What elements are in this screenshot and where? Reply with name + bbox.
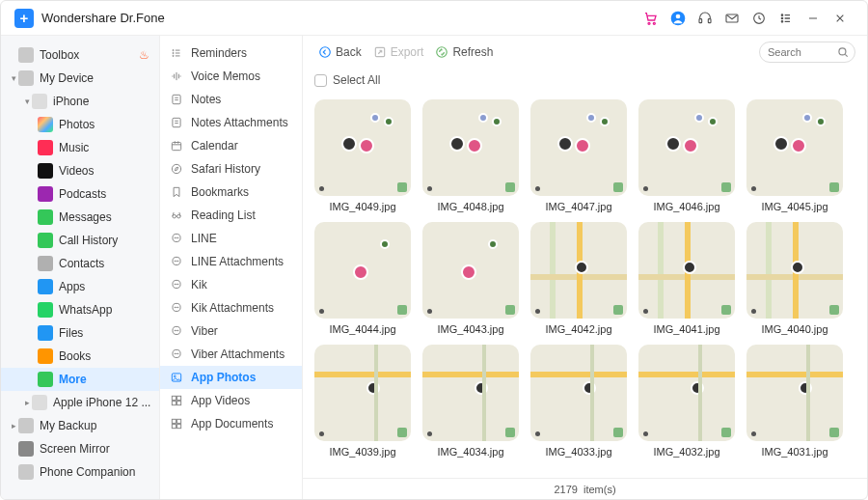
svg-rect-48 <box>172 402 176 405</box>
svg-rect-4 <box>699 18 702 22</box>
contacts-icon <box>38 256 53 271</box>
podcasts-icon <box>38 186 53 202</box>
phone-icon <box>32 94 47 109</box>
sidebar-item-music[interactable]: Music <box>1 136 159 159</box>
svg-point-22 <box>176 237 177 238</box>
svg-point-34 <box>176 307 177 308</box>
sidebar-item-books[interactable]: Books <box>1 345 159 368</box>
thumbnail[interactable]: IMG_4034.jpg <box>422 345 519 458</box>
thumbnail[interactable]: IMG_4045.jpg <box>746 99 843 212</box>
music-icon <box>38 140 53 155</box>
thumbnail[interactable]: IMG_4049.jpg <box>314 99 411 212</box>
sidebar-item-whatsapp[interactable]: WhatsApp <box>1 298 159 321</box>
sidebar-mydevice[interactable]: ▾My Device <box>1 67 159 90</box>
category-voice-memos[interactable]: Voice Memos <box>160 65 302 88</box>
sidebar-toolbox[interactable]: Toolbox♨ <box>1 43 159 67</box>
list-icon <box>170 46 183 60</box>
thumbnail[interactable]: IMG_4043.jpg <box>422 222 519 335</box>
category-kik-attachments[interactable]: Kik Attachments <box>160 296 302 319</box>
app-logo: + <box>14 9 34 28</box>
category-app-photos[interactable]: App Photos <box>160 366 302 389</box>
thumbnail[interactable]: IMG_4046.jpg <box>638 99 735 212</box>
menu-icon[interactable] <box>773 5 800 32</box>
search-wrap <box>759 42 855 63</box>
mail-icon[interactable] <box>719 5 746 32</box>
category-safari-history[interactable]: Safari History <box>160 157 302 181</box>
files-icon <box>38 325 53 341</box>
thumbnail-label: IMG_4034.jpg <box>422 446 519 458</box>
category-line-attachments[interactable]: LINE Attachments <box>160 250 302 273</box>
sidebar-item-contacts[interactable]: Contacts <box>1 252 159 275</box>
thumbnail[interactable]: IMG_4039.jpg <box>314 345 411 458</box>
category-app-documents[interactable]: App Documents <box>160 412 302 435</box>
history-icon[interactable] <box>746 5 773 32</box>
category-notes-attachments[interactable]: Notes Attachments <box>160 111 302 134</box>
thumbnail[interactable]: IMG_4033.jpg <box>530 345 627 458</box>
chat-icon <box>170 255 183 268</box>
thumbnail-grid[interactable]: IMG_4049.jpgIMG_4048.jpgIMG_4047.jpgIMG_… <box>303 92 867 478</box>
back-button[interactable]: Back <box>314 43 366 61</box>
category-viber-attachments[interactable]: Viber Attachments <box>160 343 302 366</box>
svg-point-35 <box>177 307 178 308</box>
sidebar-item-podcasts[interactable]: Podcasts <box>1 182 159 206</box>
svg-point-12 <box>173 52 174 53</box>
sidebar-item-files[interactable]: Files <box>1 321 159 345</box>
device-icon <box>18 70 34 86</box>
sidebar-item-photos[interactable]: Photos <box>1 113 159 136</box>
thumbnail-label: IMG_4031.jpg <box>746 446 843 458</box>
search-icon <box>836 45 850 59</box>
sidebar-item-apps[interactable]: Apps <box>1 275 159 298</box>
refresh-button[interactable]: Refresh <box>431 43 497 61</box>
category-notes[interactable]: Notes <box>160 88 302 111</box>
svg-point-30 <box>176 284 177 285</box>
category-kik[interactable]: Kik <box>160 273 302 296</box>
category-viber[interactable]: Viber <box>160 319 302 343</box>
export-button[interactable]: Export <box>369 43 428 61</box>
category-app-videos[interactable]: App Videos <box>160 389 302 412</box>
screen-icon <box>18 441 34 457</box>
sidebar-item-call-history[interactable]: Call History <box>1 229 159 252</box>
sidebar-iphone[interactable]: ▾iPhone <box>1 90 159 113</box>
thumbnail[interactable]: IMG_4032.jpg <box>638 345 735 458</box>
thumbnail[interactable]: IMG_4041.jpg <box>638 222 735 335</box>
category-calendar[interactable]: Calendar <box>160 134 302 157</box>
svg-rect-5 <box>708 18 711 22</box>
minimize-button[interactable] <box>800 5 827 32</box>
svg-rect-14 <box>173 95 180 103</box>
sidebar-item-more[interactable]: More <box>1 368 159 391</box>
thumbnail[interactable]: IMG_4044.jpg <box>314 222 411 335</box>
thumbnail[interactable]: IMG_4042.jpg <box>530 222 627 335</box>
thumbnail[interactable]: IMG_4040.jpg <box>746 222 843 335</box>
svg-point-21 <box>175 237 176 238</box>
select-all[interactable]: Select All <box>303 69 867 92</box>
close-button[interactable] <box>827 5 854 32</box>
sidebar-iphone12[interactable]: ▸Apple iPhone 12 ... <box>1 391 159 414</box>
glasses-icon <box>170 208 183 222</box>
apps-icon <box>38 279 53 294</box>
svg-rect-47 <box>177 396 181 400</box>
svg-point-26 <box>176 261 177 262</box>
category-reading-list[interactable]: Reading List <box>160 204 302 227</box>
sidebar-item-messages[interactable]: Messages <box>1 206 159 229</box>
thumbnail[interactable]: IMG_4031.jpg <box>746 345 843 458</box>
headset-icon[interactable] <box>692 5 719 32</box>
category-list: RemindersVoice MemosNotesNotes Attachmen… <box>160 36 303 499</box>
category-line[interactable]: LINE <box>160 227 302 250</box>
svg-rect-15 <box>173 118 180 126</box>
cart-icon[interactable] <box>637 5 665 32</box>
sidebar-screenmirror[interactable]: Screen Mirror <box>1 437 159 460</box>
wave-icon <box>170 69 183 83</box>
category-bookmarks[interactable]: Bookmarks <box>160 181 302 204</box>
thumbnail[interactable]: IMG_4047.jpg <box>530 99 627 212</box>
sidebar-mybackup[interactable]: ▸My Backup <box>1 414 159 437</box>
svg-point-23 <box>177 237 178 238</box>
sidebar-item-videos[interactable]: Videos <box>1 159 159 182</box>
category-reminders[interactable]: Reminders <box>160 42 302 65</box>
phone-icon <box>32 395 47 410</box>
more-icon <box>38 372 53 387</box>
user-icon[interactable] <box>665 5 692 32</box>
thumbnail[interactable]: IMG_4048.jpg <box>422 99 519 212</box>
select-all-checkbox[interactable] <box>314 74 327 87</box>
svg-point-25 <box>175 261 176 262</box>
sidebar-phonecompanion[interactable]: Phone Companion <box>1 460 159 484</box>
